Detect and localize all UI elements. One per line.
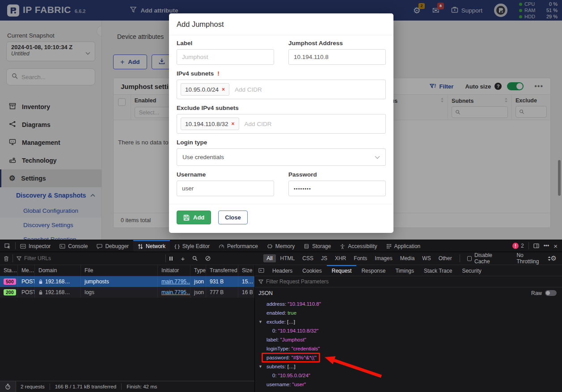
initiator-link[interactable]: main.7795… xyxy=(161,289,190,295)
tab-network[interactable]: Network xyxy=(133,240,170,252)
filter-ws[interactable]: WS xyxy=(419,254,434,262)
tab-application[interactable]: Application xyxy=(382,240,425,252)
raw-toggle-switch[interactable] xyxy=(545,290,557,296)
tab-console[interactable]: Console xyxy=(55,240,92,252)
remove-tag-icon[interactable]: × xyxy=(232,121,235,127)
filter-urls-input[interactable]: Filter URLs xyxy=(17,255,165,261)
storage-icon xyxy=(304,244,309,249)
clear-requests-button[interactable] xyxy=(0,256,13,261)
initiator-link[interactable]: main.7795… xyxy=(161,278,190,285)
json-property[interactable]: label: "Jumphost" xyxy=(255,335,562,344)
tab-request[interactable]: Request xyxy=(327,265,357,276)
address-field-label: Jumphost Address xyxy=(288,40,386,46)
jumphost-address-input[interactable] xyxy=(288,49,386,65)
required-mark: ! xyxy=(217,70,220,77)
toolbar-icons: + xyxy=(169,255,211,262)
tab-storage[interactable]: Storage xyxy=(299,240,335,252)
filter-fonts[interactable]: Fonts xyxy=(351,254,370,262)
tab-headers[interactable]: Headers xyxy=(267,265,297,276)
tab-security[interactable]: Security xyxy=(457,265,486,276)
col-file[interactable]: File xyxy=(81,265,158,276)
chevron-down-icon xyxy=(375,156,380,159)
remove-tag-icon[interactable]: × xyxy=(222,86,225,93)
json-property[interactable]: 0: "10.95.0.0/24" xyxy=(255,371,562,380)
json-property[interactable]: username: "user" xyxy=(255,380,562,389)
col-type[interactable]: Type xyxy=(190,265,206,276)
throttling-select[interactable]: No Throttling xyxy=(516,252,550,265)
add-request-button[interactable]: + xyxy=(181,255,185,262)
error-count-badge[interactable]: !2 xyxy=(512,243,524,249)
filter-all[interactable]: All xyxy=(263,254,275,262)
json-property-password[interactable]: password: "#$%^&*((" xyxy=(255,353,562,362)
json-property[interactable]: loginType: "credentials" xyxy=(255,344,562,353)
details-pane-toggle[interactable] xyxy=(255,265,267,276)
transferred-total: 166 B / 1.71 kB transferred xyxy=(55,384,116,389)
tab-memory[interactable]: Memory xyxy=(262,240,299,252)
devtools-close-button[interactable]: × xyxy=(554,242,558,250)
debugger-icon xyxy=(97,244,102,249)
request-list-pane: Sta… Me… Domain File Initiator Type Tran… xyxy=(0,265,255,392)
filter-xhr[interactable]: XHR xyxy=(332,254,349,262)
filter-images[interactable]: Images xyxy=(372,254,395,262)
subnets-tag-input[interactable]: 10.95.0.0/24× Add CIDR xyxy=(177,80,386,99)
performance-analysis-button[interactable] xyxy=(0,381,16,392)
tab-timings[interactable]: Timings xyxy=(390,265,419,276)
tab-stack-trace[interactable]: Stack Trace xyxy=(419,265,457,276)
search-requests-button[interactable] xyxy=(192,256,198,261)
tab-performance[interactable]: Performance xyxy=(214,240,262,252)
filter-request-parameters-input[interactable]: Filter Request Parameters xyxy=(255,276,562,287)
filter-css[interactable]: CSS xyxy=(299,254,317,262)
json-property[interactable]: enabled: true xyxy=(255,308,562,317)
block-requests-button[interactable] xyxy=(205,256,211,261)
modal-close-button[interactable]: Close xyxy=(218,211,247,224)
modal-add-button[interactable]: Add xyxy=(177,211,211,224)
devtools-menu-button[interactable]: ••• xyxy=(544,243,549,249)
exclude-tag-input[interactable]: 10.194.110.8/32× Add CIDR xyxy=(177,114,386,134)
login-type-select[interactable]: Use credentials xyxy=(177,148,386,166)
col-initiator[interactable]: Initiator xyxy=(158,265,190,276)
modal-title: Add Jumphost xyxy=(169,13,393,35)
tab-accessibility[interactable]: Accessibility xyxy=(335,240,381,252)
pause-button[interactable] xyxy=(169,256,173,261)
filter-other[interactable]: Other xyxy=(435,254,455,262)
tab-style-editor[interactable]: { }Style Editor xyxy=(170,240,214,252)
raw-toggle[interactable]: Raw xyxy=(531,290,557,296)
col-status[interactable]: Sta… xyxy=(0,265,18,276)
request-row[interactable]: 200 POST 192.168… logs main.7795… json 7… xyxy=(0,287,254,298)
json-property[interactable]: ▼exclude: […] xyxy=(255,317,562,326)
expand-arrow-icon[interactable]: ▼ xyxy=(258,362,262,371)
tab-cookies[interactable]: Cookies xyxy=(297,265,326,276)
network-settings-gear[interactable]: ⚙ xyxy=(551,254,557,262)
password-input[interactable] xyxy=(288,181,386,196)
label-input[interactable] xyxy=(177,49,274,65)
col-transferred[interactable]: Transferred xyxy=(206,265,238,276)
split-console-button[interactable] xyxy=(533,243,539,249)
col-size[interactable]: Size xyxy=(238,265,254,276)
json-property[interactable]: 0: "10.194.110.8/32" xyxy=(255,326,562,335)
save-icon xyxy=(183,215,190,221)
request-row[interactable]: 500 POST 192.168… jumphosts main.7795… j… xyxy=(0,276,254,287)
devtools: Inspector Console Debugger Network { }St… xyxy=(0,240,562,392)
details-tabs: Headers Cookies Request Response Timings… xyxy=(255,265,562,276)
username-input[interactable] xyxy=(177,181,274,196)
json-property[interactable]: ▼subnets: […] xyxy=(255,362,562,371)
json-label: JSON xyxy=(258,290,273,296)
status-badge: 200 xyxy=(4,289,16,295)
tab-debugger[interactable]: Debugger xyxy=(92,240,133,252)
pick-element-button[interactable] xyxy=(0,240,15,252)
disable-cache-checkbox[interactable]: Disable Cache xyxy=(467,252,507,265)
filter-media[interactable]: Media xyxy=(397,254,418,262)
tab-response[interactable]: Response xyxy=(356,265,390,276)
json-property[interactable]: address: "10.194.110.8" xyxy=(255,299,562,308)
filter-html[interactable]: HTML xyxy=(277,254,298,262)
expand-arrow-icon[interactable]: ▼ xyxy=(258,317,262,326)
tab-inspector[interactable]: Inspector xyxy=(16,240,55,252)
request-list-header: Sta… Me… Domain File Initiator Type Tran… xyxy=(0,265,254,276)
json-tree: address: "10.194.110.8" enabled: true ▼e… xyxy=(255,299,562,392)
inspector-icon xyxy=(20,244,26,249)
filter-js[interactable]: JS xyxy=(318,254,330,262)
network-icon xyxy=(138,244,143,249)
col-domain[interactable]: Domain xyxy=(35,265,81,276)
col-method[interactable]: Me… xyxy=(18,265,35,276)
exclude-tag: 10.194.110.8/32× xyxy=(181,118,239,130)
